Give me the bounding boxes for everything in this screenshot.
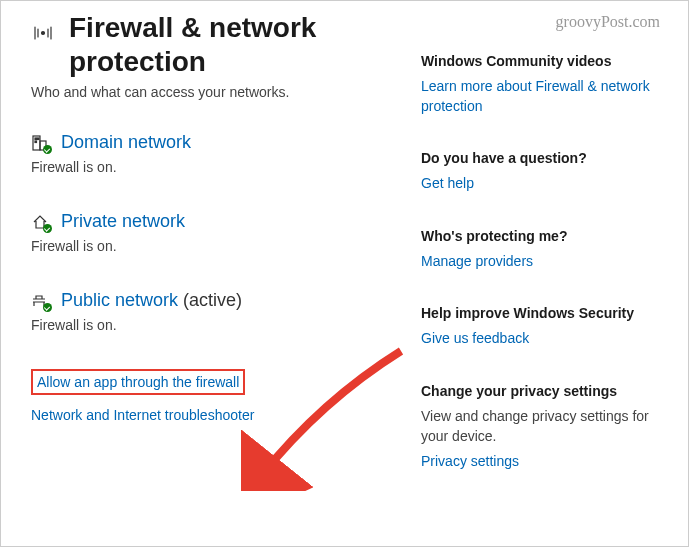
private-status: Firewall is on.: [31, 238, 411, 254]
public-active-label: (active): [178, 290, 242, 310]
feedback-link[interactable]: Give us feedback: [421, 329, 671, 349]
private-network-section: Private network Firewall is on.: [31, 211, 411, 254]
page-subtitle: Who and what can access your networks.: [31, 84, 411, 100]
privacy-settings-link[interactable]: Privacy settings: [421, 452, 671, 472]
improve-heading: Help improve Windows Security: [421, 305, 671, 321]
main-content: Firewall & network protection Who and wh…: [31, 11, 411, 506]
allow-app-link[interactable]: Allow an app through the firewall: [31, 369, 245, 395]
question-heading: Do you have a question?: [421, 150, 671, 166]
learn-more-link[interactable]: Learn more about Firewall & network prot…: [421, 77, 671, 116]
page-title: Firewall & network protection: [69, 11, 411, 78]
svg-rect-5: [35, 141, 37, 143]
public-network-section: Public network (active) Firewall is on.: [31, 290, 411, 333]
protecting-heading: Who's protecting me?: [421, 228, 671, 244]
domain-network-section: Domain network Firewall is on.: [31, 132, 411, 175]
videos-heading: Windows Community videos: [421, 53, 671, 69]
troubleshooter-link[interactable]: Network and Internet troubleshooter: [31, 407, 411, 423]
firewall-icon: [31, 21, 55, 49]
sidebar: Windows Community videos Learn more abou…: [411, 11, 671, 506]
get-help-link[interactable]: Get help: [421, 174, 671, 194]
building-icon: [31, 134, 49, 152]
privacy-text: View and change privacy settings for you…: [421, 407, 671, 446]
domain-network-link[interactable]: Domain network: [61, 132, 191, 153]
bench-icon: [31, 292, 49, 310]
privacy-heading: Change your privacy settings: [421, 383, 671, 399]
public-status: Firewall is on.: [31, 317, 411, 333]
domain-status: Firewall is on.: [31, 159, 411, 175]
manage-providers-link[interactable]: Manage providers: [421, 252, 671, 272]
public-network-link[interactable]: Public network: [61, 290, 178, 310]
private-network-link[interactable]: Private network: [61, 211, 185, 232]
home-icon: [31, 213, 49, 231]
svg-point-0: [42, 32, 45, 35]
watermark: groovyPost.com: [556, 13, 660, 31]
svg-rect-4: [38, 138, 40, 140]
svg-rect-3: [35, 138, 37, 140]
